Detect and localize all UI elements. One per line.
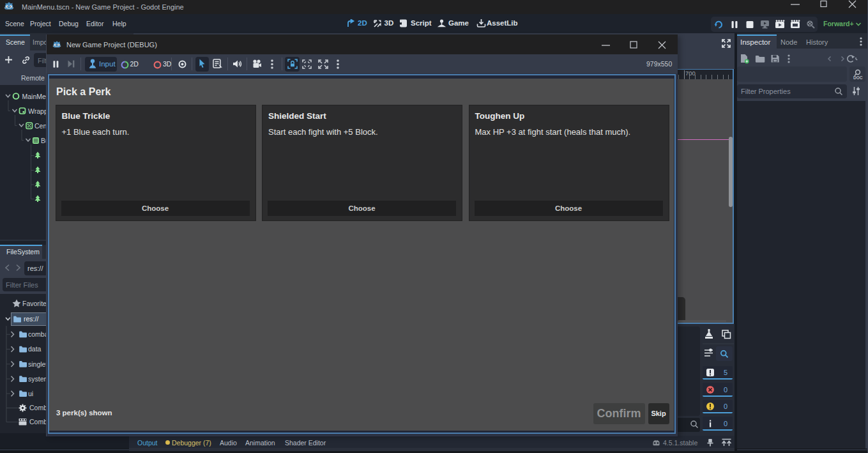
svg-text:DOC: DOC (853, 75, 863, 80)
